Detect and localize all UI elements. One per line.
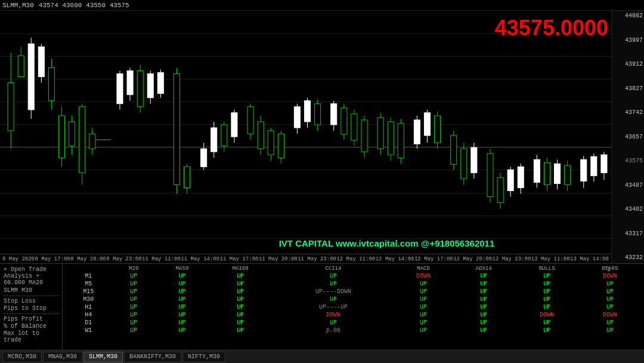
cell: UP [452, 327, 515, 334]
cell: UP [452, 319, 515, 327]
x-label: 13 May 11:00 [531, 256, 570, 262]
tab-slmm[interactable]: SLMM,M30 [83, 352, 123, 362]
cell: UP [272, 280, 395, 288]
x-label: 12 May 20:00 [453, 256, 492, 262]
cell: UP [156, 296, 209, 303]
svg-rect-90 [534, 159, 540, 182]
svg-rect-22 [127, 70, 133, 94]
svg-rect-28 [157, 73, 163, 94]
cell: UP [452, 280, 515, 288]
svg-rect-76 [451, 136, 457, 164]
cell: UP [272, 296, 395, 303]
svg-rect-100 [591, 156, 597, 176]
indicator-panel: + Open Trade Analysis + 60.000 MA20 SLMM… [0, 263, 644, 350]
y-label: 43402 [613, 207, 643, 213]
candlestick-chart: .bull { fill: #ffffff; stroke: #ffffff; … [0, 11, 611, 215]
col-header-cci14: CCI14 [272, 265, 395, 272]
cell: DOWN [515, 311, 578, 319]
y-label: 43997 [613, 38, 643, 44]
tab-bar: MCRO,M30 MNAG,M30 SLMM,M30 BANKNIFTY,M30… [0, 350, 644, 363]
cell: UP [156, 327, 209, 334]
tf-h1: H1 [65, 303, 112, 311]
cell: UP [578, 296, 642, 303]
svg-rect-64 [377, 118, 383, 149]
x-label: 11 May 23:00 [298, 256, 336, 262]
x-label: 13 May 14:00 [570, 256, 609, 262]
svg-rect-48 [278, 134, 284, 158]
divider [4, 313, 58, 314]
x-label: 11 May 11:00 [142, 256, 181, 262]
cell: UP [272, 319, 395, 327]
x-label: 8 May 17:00 [35, 256, 70, 262]
cell: UP [209, 311, 272, 319]
svg-rect-13 [69, 122, 75, 146]
cell: UP [578, 319, 642, 327]
svg-rect-1 [8, 83, 14, 131]
cell: UP [395, 311, 453, 319]
tab-nifty[interactable]: NIFTY,M30 [182, 352, 225, 362]
svg-rect-78 [461, 149, 467, 179]
cell: UP [156, 288, 209, 296]
x-label: 8 May 2020 [2, 256, 35, 262]
ohlc-label: 43574 43600 43550 43575 [39, 2, 129, 9]
svg-rect-32 [184, 167, 190, 187]
cell: UP [112, 288, 156, 296]
symbol-label: SLMM,M30 [2, 2, 34, 9]
tf-d1: D1 [65, 319, 112, 327]
price-display: 43575.0000 [495, 16, 608, 41]
col-header-ma50: MA50 [156, 265, 209, 272]
cell: UP [112, 272, 156, 280]
cell: UP----UP [272, 303, 395, 311]
cell: UP----DOWN [272, 288, 395, 296]
cell: UP [578, 327, 642, 334]
y-label: 43657 [613, 134, 643, 140]
svg-rect-84 [497, 177, 503, 202]
svg-rect-52 [304, 101, 310, 122]
ind-right-label: 1 [607, 266, 611, 273]
cell: UP [112, 303, 156, 311]
cell: UP [452, 272, 515, 280]
chart-area: 43575.0000 .bull { fill: #ffffff; stroke… [0, 11, 644, 263]
col-header-tf [65, 265, 112, 272]
stop-loss-label: Stop Loss [4, 298, 58, 304]
svg-rect-26 [147, 74, 153, 98]
svg-rect-56 [331, 104, 337, 125]
cell: UP [395, 280, 453, 288]
svg-rect-3 [18, 56, 24, 76]
balance-pct-label: % of Balance [4, 323, 58, 330]
tf-w1: W1 [65, 327, 112, 334]
col-header-m20: M20 [112, 265, 156, 272]
svg-rect-58 [341, 108, 347, 134]
x-label: 12 May 11:00 [336, 256, 375, 262]
svg-rect-15 [79, 107, 85, 173]
cell: UP [452, 303, 515, 311]
tf-m15: M15 [65, 288, 112, 296]
tab-banknifty[interactable]: BANKNIFTY,M30 [124, 352, 181, 362]
svg-rect-7 [38, 47, 44, 76]
cell: UP [156, 311, 209, 319]
col-header-bulls: BULLS [515, 265, 578, 272]
tab-mcro[interactable]: MCRO,M30 [2, 352, 42, 362]
svg-rect-54 [315, 104, 321, 125]
svg-rect-92 [544, 162, 550, 184]
tf-m5: M5 [65, 280, 112, 288]
cell: UP [209, 303, 272, 311]
table-row: M15 UP UP UP UP----DOWN UP UP UP UP [65, 288, 642, 296]
cell: DOWN [272, 311, 395, 319]
x-label: 8 May 20:00 [70, 256, 106, 262]
svg-rect-9 [48, 67, 54, 100]
cell: UP [515, 288, 578, 296]
svg-rect-30 [174, 74, 179, 185]
title-bar: SLMM,M30 43574 43600 43550 43575 [0, 0, 644, 11]
y-label: 44082 [613, 13, 643, 19]
svg-rect-38 [221, 125, 227, 146]
tab-mnag[interactable]: MNAG,M30 [43, 352, 82, 362]
svg-rect-72 [424, 113, 430, 136]
x-label: 11 May 20:00 [259, 256, 298, 262]
x-label: 12 May 17:00 [414, 256, 453, 262]
cell: p.00 [272, 327, 395, 334]
cell: UP [395, 319, 453, 327]
svg-rect-44 [258, 122, 264, 149]
svg-rect-98 [581, 159, 587, 181]
cell: UP [395, 288, 453, 296]
